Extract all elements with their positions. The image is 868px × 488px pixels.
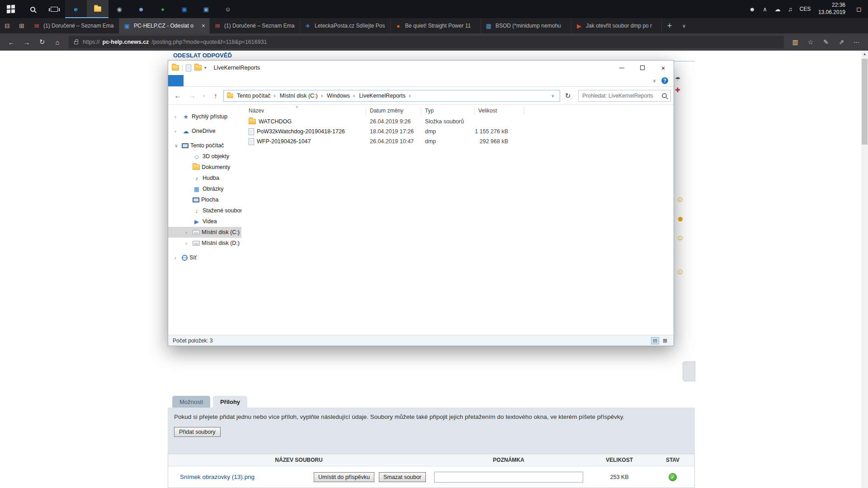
expand-chevron-icon[interactable]: › xyxy=(175,114,180,119)
home-button[interactable]: ⌂ xyxy=(50,35,65,49)
tray-overflow-icon[interactable]: ∧ xyxy=(759,6,771,13)
file-row[interactable]: WFP-20190426-1047 26.04.2019 10:47 dmp 2… xyxy=(241,136,674,146)
nav-forward-button[interactable]: → xyxy=(185,89,199,102)
file-row[interactable]: WATCHDOG 26.04.2019 9:26 Složka souborů xyxy=(241,117,674,127)
sidebar-item[interactable]: › ★ Rychlý přístup xyxy=(168,111,241,122)
scrollbar-thumb[interactable] xyxy=(862,59,868,145)
tab-options[interactable]: Možnosti xyxy=(172,396,210,408)
ribbon-expand-icon[interactable]: ∨ xyxy=(647,75,661,86)
more-options-icon[interactable]: ⋯ xyxy=(849,38,864,46)
share-icon[interactable]: ⇗ xyxy=(834,38,849,46)
volume-icon[interactable]: ♫ xyxy=(784,6,797,13)
forward-button[interactable]: → xyxy=(19,35,34,49)
explorer-address-bar[interactable]: Tento počítač › Místní disk (C:) › Windo… xyxy=(223,90,560,102)
tab-list-chevron-icon[interactable]: ∨ xyxy=(677,18,691,33)
expand-chevron-icon[interactable]: › xyxy=(185,230,191,235)
keyboard-layout[interactable]: CES xyxy=(797,6,814,12)
browser-tab[interactable]: ▦ BSOD (*minidump nemohu × xyxy=(481,18,571,33)
explorer-search-box[interactable]: Prohledat: LiveKernelReports xyxy=(578,90,671,102)
set-tabs-aside-icon[interactable]: ⊞ xyxy=(14,18,29,33)
sidebar-item[interactable]: ▶ Videa xyxy=(168,216,241,227)
taskbar-clock[interactable]: 22:36 13.06.2019 xyxy=(814,2,850,16)
sidebar-item[interactable]: ▦ Obrázky xyxy=(168,183,241,194)
place-inline-button[interactable]: Umístit do příspěvku xyxy=(314,472,374,482)
start-button[interactable] xyxy=(0,0,22,18)
tab-attachments[interactable]: Přílohy xyxy=(213,396,247,408)
reading-view-icon[interactable]: ▥ xyxy=(788,38,803,46)
action-center-icon[interactable]: ◻ xyxy=(850,5,868,13)
breadcrumb-item[interactable]: LiveKernelReports xyxy=(357,93,408,99)
sidebar-item[interactable]: › ☁ OneDrive xyxy=(168,126,241,136)
column-size[interactable]: Velikost xyxy=(475,107,524,115)
new-tab-button[interactable]: + xyxy=(662,18,677,33)
ribbon-tab[interactable] xyxy=(196,75,209,86)
browser-tab[interactable]: ✉ (1) Doručené – Seznam Ema × xyxy=(210,18,300,33)
column-name[interactable]: Název xyxy=(241,107,366,115)
comment-input[interactable] xyxy=(434,472,583,483)
ribbon-tab[interactable] xyxy=(168,75,184,86)
add-files-button[interactable]: Přidat soubory xyxy=(174,427,221,437)
sidebar-item[interactable]: › Místní disk (D:) xyxy=(168,238,241,249)
minimize-button[interactable] xyxy=(611,61,632,75)
onedrive-icon[interactable]: ☁ xyxy=(771,6,784,13)
column-type[interactable]: Typ xyxy=(421,107,475,115)
sidebar-item[interactable]: ∨ Tento počítač xyxy=(168,140,241,151)
browser-tab[interactable]: ● Be quiet! Straight Power 11 × xyxy=(391,18,481,33)
details-view-icon[interactable]: ▤ xyxy=(651,337,659,344)
file-row[interactable]: PoW32kWatchdog-20190418-1726 18.04.2019 … xyxy=(241,127,674,136)
back-button[interactable]: ← xyxy=(4,35,19,49)
taskbar-app-button[interactable]: ☺ xyxy=(217,0,239,18)
scroll-up-icon[interactable]: ▲ xyxy=(861,51,868,58)
web-note-icon[interactable]: ✎ xyxy=(818,38,834,46)
qat-customize-icon[interactable]: ▾ xyxy=(204,66,207,70)
attachment-filename-link[interactable]: Snímek obrazovky (13).png xyxy=(180,474,255,480)
breadcrumb-item[interactable]: Tento počítač xyxy=(235,93,273,99)
ribbon-tab[interactable] xyxy=(184,75,196,86)
browser-tab[interactable]: ✈ LeteckaPosta.cz Sdílejte Pos × xyxy=(300,18,391,33)
refresh-address-button[interactable]: ↻ xyxy=(561,89,575,102)
expand-chevron-icon[interactable]: › xyxy=(185,240,191,246)
ribbon-tab[interactable] xyxy=(209,75,222,86)
url-field[interactable]: https://pc-help.cnews.cz/posting.php?mod… xyxy=(69,36,784,48)
breadcrumb-chevron-icon[interactable]: › xyxy=(408,92,411,99)
taskbar-app-button[interactable]: e xyxy=(65,0,87,18)
breadcrumb-item[interactable]: Místní disk (C:) xyxy=(278,93,320,99)
maximize-button[interactable] xyxy=(632,61,653,75)
help-icon[interactable]: ? xyxy=(661,77,668,84)
smiley-icon[interactable]: ☻ xyxy=(676,215,684,224)
qat-properties-icon[interactable] xyxy=(186,65,191,71)
smiley-icon[interactable]: ☺ xyxy=(676,267,684,277)
task-view-button[interactable] xyxy=(43,0,65,18)
thumbnail-view-icon[interactable]: ▦ xyxy=(661,337,669,344)
browser-tab[interactable]: ▶ Jak otevřít soubor dmp po r × xyxy=(571,18,662,33)
nav-up-button[interactable]: ↑ xyxy=(209,89,222,102)
expand-chevron-icon[interactable]: ∨ xyxy=(175,143,180,149)
smiley-icon[interactable]: ☺ xyxy=(676,195,684,204)
breadcrumb-item[interactable]: Windows xyxy=(325,93,352,99)
qat-new-folder-icon[interactable] xyxy=(194,65,202,70)
close-button[interactable]: × xyxy=(653,61,674,75)
tabs-set-aside-icon[interactable]: ⊟ xyxy=(0,18,14,33)
taskbar-app-button[interactable] xyxy=(87,0,108,18)
taskbar-app-button[interactable]: ▣ xyxy=(195,0,217,18)
nav-back-button[interactable]: ← xyxy=(171,89,184,102)
sidebar-item[interactable]: › Síť xyxy=(168,252,241,263)
expand-chevron-icon[interactable]: › xyxy=(175,255,180,260)
people-icon[interactable]: ☻ xyxy=(746,6,759,13)
tab-close-icon[interactable]: × xyxy=(202,22,205,29)
taskbar-app-button[interactable]: ☻ xyxy=(130,0,152,18)
browser-tab[interactable]: ✉ (1) Doručené – Seznam Ema × xyxy=(29,18,119,33)
recent-locations-icon[interactable]: ∨ xyxy=(200,89,208,102)
breadcrumb-chevron-icon[interactable]: › xyxy=(320,92,324,99)
breadcrumb-chevron-icon[interactable]: › xyxy=(352,92,356,99)
favorites-star-icon[interactable]: ☆ xyxy=(803,38,818,46)
expand-chevron-icon[interactable]: › xyxy=(175,128,180,134)
sidebar-item[interactable]: Dokumenty xyxy=(168,162,241,173)
page-scrollbar[interactable]: ▲ xyxy=(861,51,868,488)
sidebar-item[interactable]: ◇ 3D objekty xyxy=(168,151,241,162)
breadcrumb-chevron-icon[interactable]: › xyxy=(273,92,276,99)
refresh-button[interactable]: ↻ xyxy=(34,35,50,49)
smiley-icon[interactable]: ☺ xyxy=(676,234,684,243)
taskbar-search-button[interactable] xyxy=(22,0,43,18)
address-dropdown-icon[interactable]: ∨ xyxy=(548,94,557,98)
